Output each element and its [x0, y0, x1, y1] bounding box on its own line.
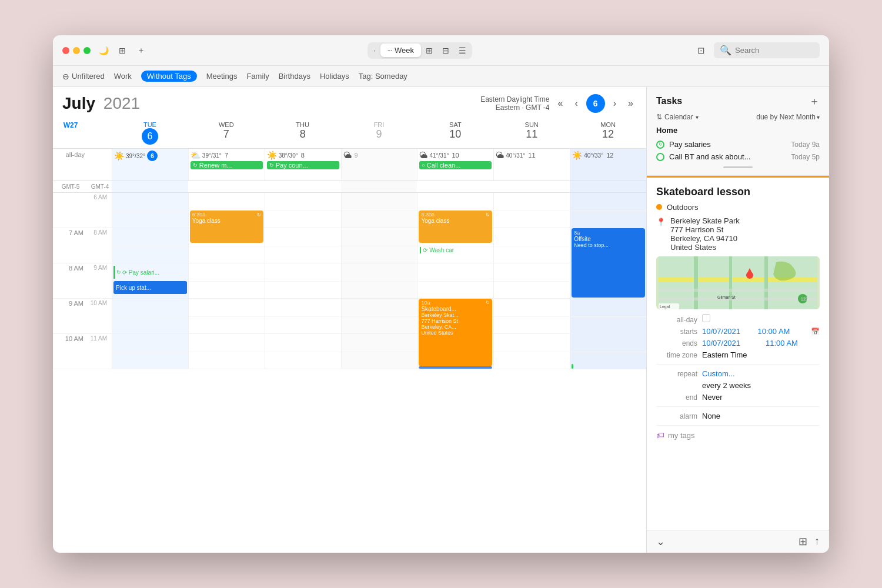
starts-date[interactable]: 10/07/2021 [702, 327, 749, 336]
time-cell-mon-9[interactable] [570, 299, 646, 333]
add-icon[interactable]: ＋ [135, 45, 147, 56]
time-cell-sun-6[interactable] [493, 193, 570, 228]
time-cell-sun-7[interactable] [493, 228, 570, 263]
filter-holidays[interactable]: Holidays [320, 72, 349, 81]
time-row-6am: 6 AM 6:30a ↻ Yoga class [53, 193, 646, 228]
ends-time[interactable]: 11:00 AM [766, 339, 820, 348]
day-num-thu[interactable]: 8 [267, 128, 339, 141]
time-cell-thu-6[interactable] [265, 193, 341, 228]
time-cell-wed-6[interactable]: 6:30a ↻ Yoga class [188, 193, 265, 228]
day-num-sat[interactable]: 10 [419, 128, 491, 141]
time-cell-sat-9[interactable]: 10a ↻ Skateboard... Berkeley Skat... 777… [417, 299, 493, 333]
time-cell-thu-10[interactable] [265, 334, 341, 369]
time-row-10am: 10 AM 11 AM [53, 334, 646, 369]
time-cell-mon-7[interactable]: 8a Offsite Need to stop... [570, 228, 646, 263]
offsite-event[interactable]: 8a Offsite Need to stop... [572, 228, 645, 298]
time-grid[interactable]: 6 AM 6:30a ↻ Yoga class [53, 193, 646, 553]
minimize-button[interactable] [73, 47, 80, 54]
time-cell-thu-8[interactable] [265, 263, 341, 298]
sidebar-layout-icon[interactable]: ⊞ [116, 45, 128, 56]
filter-tag-someday[interactable]: Tag: Someday [359, 72, 407, 81]
mon-green-bar [572, 364, 573, 369]
time-cell-mon-6[interactable] [570, 193, 646, 228]
day-num-mon[interactable]: 12 [572, 128, 644, 141]
export-icon[interactable]: ↑ [814, 535, 820, 548]
time-cell-fri-8[interactable] [341, 263, 417, 298]
task-circle-0[interactable]: ↻ [656, 141, 664, 149]
pay-salaries-event[interactable]: ↻ ⟳ Pay salari... [113, 266, 187, 279]
allday-cell-tue: ☀️39°/32° 6 [112, 149, 188, 181]
time-cell-wed-9[interactable] [188, 299, 265, 333]
time-cell-sun-8[interactable] [493, 263, 570, 298]
time-cell-tue-10[interactable] [112, 334, 188, 369]
task-circle-1[interactable] [656, 153, 664, 161]
time-cell-fri-7[interactable] [341, 228, 417, 263]
ends-date[interactable]: 10/07/2021 [702, 339, 756, 348]
day-num-tue[interactable]: 6 [142, 128, 158, 145]
time-cell-fri-9[interactable] [341, 299, 417, 333]
gmt-row: GMT-5 GMT-4 [53, 181, 646, 193]
close-button[interactable] [62, 47, 69, 54]
time-cell-sat-6[interactable]: 6:30a ↻ Yoga class [417, 193, 493, 228]
time-cell-fri-10[interactable] [341, 334, 417, 369]
time-cell-sat-8[interactable] [417, 263, 493, 298]
time-cell-sun-10[interactable] [493, 334, 570, 369]
filter-birthdays[interactable]: Birthdays [279, 72, 310, 81]
wash-car-event[interactable]: ⟳ Wash car [420, 247, 491, 253]
tasks-sort-btn[interactable]: ⇅ Calendar ▾ [656, 113, 699, 121]
list-view-btn[interactable]: ☰ [454, 44, 471, 58]
day-num-sun[interactable]: 11 [496, 128, 567, 141]
filter-without-tags[interactable]: Without Tags [141, 71, 197, 82]
nav-far-forward[interactable]: » [624, 97, 637, 110]
footer-actions: ⊞ ↑ [799, 535, 820, 548]
time-cell-tue-9[interactable] [112, 299, 188, 333]
nav-far-back[interactable]: « [554, 97, 567, 110]
sidebar-toggle-icon[interactable]: ⊡ [693, 42, 709, 59]
allday-event-pay-coun[interactable]: ↻ Pay coun... [267, 161, 339, 169]
time-cell-tue-6[interactable] [112, 193, 188, 228]
filter-work[interactable]: Work [114, 72, 132, 81]
share-icon[interactable]: ⊞ [799, 535, 807, 548]
time-cell-mon-10[interactable] [570, 334, 646, 369]
time-cell-thu-9[interactable] [265, 299, 341, 333]
time-cell-wed-8[interactable] [188, 263, 265, 298]
allday-checkbox[interactable] [702, 314, 710, 322]
search-box[interactable]: 🔍 [714, 42, 820, 58]
grid-large-btn[interactable]: ⊟ [437, 44, 454, 58]
time-row-9am: 9 AM 10 AM 10a ↻ Ska [53, 299, 646, 334]
time-cell-tue-7[interactable] [112, 228, 188, 263]
day-num-wed[interactable]: 7 [191, 128, 262, 141]
grid-small-btn[interactable]: ⊞ [421, 44, 437, 58]
calendar-picker-icon[interactable]: 📅 [811, 328, 820, 336]
filter-family[interactable]: Family [246, 72, 269, 81]
nav-forward[interactable]: › [610, 97, 620, 110]
dot-view-btn[interactable]: · [369, 44, 380, 57]
time-cell-tue-8[interactable]: ↻ ⟳ Pay salari... Pick up stat... [112, 263, 188, 298]
pickup-event[interactable]: Pick up stat... [113, 281, 187, 294]
filter-unfiltered[interactable]: ⊖ Unfiltered [62, 72, 105, 81]
repeat-value[interactable]: Custom... [702, 369, 820, 378]
moon-icon[interactable]: 🌙 [98, 45, 109, 56]
fullscreen-button[interactable] [83, 47, 91, 54]
tasks-add-button[interactable]: ＋ [809, 94, 820, 108]
collapse-icon[interactable]: ⌄ [656, 535, 665, 548]
time-cell-fri-6[interactable] [341, 193, 417, 228]
svg-rect-2 [694, 256, 698, 309]
tasks-due-btn[interactable]: due by Next Month ▾ [756, 113, 820, 121]
week-view-btn[interactable]: ··· Week [380, 44, 421, 57]
time-cell-sun-9[interactable] [493, 299, 570, 333]
starts-time[interactable]: 10:00 AM [758, 327, 804, 336]
skateboard-event[interactable]: 10a ↻ Skateboard... Berkeley Skat... 777… [419, 299, 492, 366]
map-preview[interactable]: Legal Gilman St 123 [656, 256, 820, 309]
today-button[interactable]: 6 [586, 94, 605, 113]
allday-event-renew[interactable]: ↻ Renew m... [191, 161, 263, 169]
search-input[interactable] [735, 46, 814, 55]
yoga-class-wed[interactable]: 6:30a ↻ Yoga class [190, 211, 263, 243]
filter-meetings[interactable]: Meetings [206, 72, 238, 81]
allday-event-call-clean[interactable]: ○ Call clean... [419, 161, 492, 169]
day-num-fri[interactable]: 9 [343, 128, 415, 141]
nav-back[interactable]: ‹ [571, 97, 581, 110]
time-cell-thu-7[interactable] [265, 228, 341, 263]
yoga-class-sat[interactable]: 6:30a ↻ Yoga class [419, 211, 492, 243]
time-cell-wed-10[interactable] [188, 334, 265, 369]
